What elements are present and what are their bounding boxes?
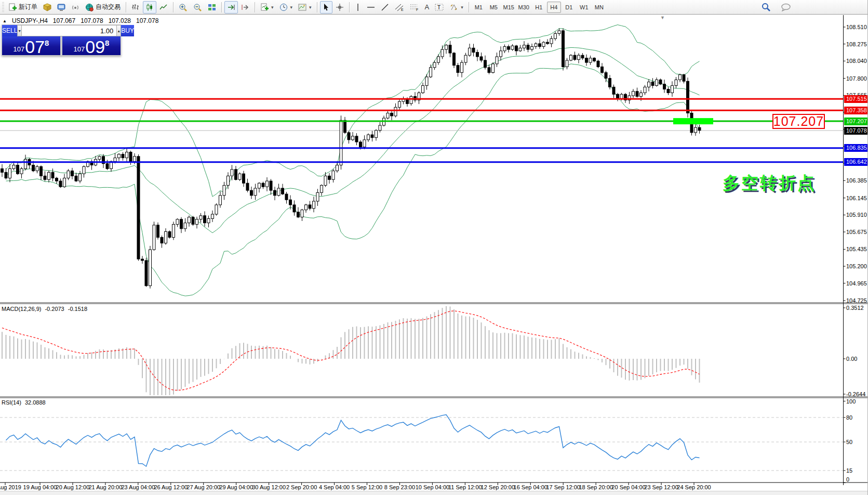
- volume-decrease-button[interactable]: ▼: [17, 25, 22, 36]
- tab-M5[interactable]: M5: [487, 2, 501, 13]
- volume-increase-button[interactable]: ▲: [116, 25, 121, 36]
- bar-chart-icon: [131, 3, 140, 11]
- zoom-out-button[interactable]: [191, 1, 205, 14]
- trendline-tool-button[interactable]: [378, 1, 392, 14]
- templates-button[interactable]: ▾: [296, 1, 314, 14]
- candle-body: [648, 82, 650, 87]
- tab-W1[interactable]: W1: [577, 2, 591, 13]
- price-tag-107.358: 107.358: [844, 107, 868, 114]
- time-tick-label: 5 Sep 12:00: [352, 484, 382, 490]
- chat-button[interactable]: [779, 1, 794, 14]
- market-watch-button[interactable]: [41, 1, 54, 14]
- macd-tick-label: -0.2644: [846, 391, 865, 397]
- chart-shift-button[interactable]: [238, 1, 252, 14]
- candle-body: [277, 188, 280, 196]
- candle-body: [581, 55, 584, 58]
- candle-body: [20, 168, 23, 174]
- horizontal-line-tool-button[interactable]: [364, 1, 378, 14]
- tab-MN[interactable]: MN: [592, 2, 606, 13]
- candle-body: [316, 192, 319, 201]
- candle-body: [585, 58, 588, 62]
- zoom-in-button[interactable]: [176, 1, 190, 14]
- candle-body: [106, 164, 109, 169]
- candle-body: [122, 154, 124, 158]
- crosshair-tool-button[interactable]: [333, 1, 346, 14]
- candle-body: [340, 120, 342, 165]
- bar-chart-mode-button[interactable]: [129, 1, 142, 14]
- vertical-line-tool-button[interactable]: [352, 1, 364, 14]
- collapse-arrow-icon[interactable]: ▲: [3, 19, 7, 23]
- candle-body: [285, 194, 288, 200]
- tab-M30[interactable]: M30: [517, 2, 531, 13]
- candle-body: [558, 31, 560, 34]
- data-window-button[interactable]: [55, 1, 68, 14]
- cursor-tool-button[interactable]: [320, 1, 332, 14]
- candle-body: [5, 172, 7, 178]
- time-tick-label: 8 Sep 23:00: [384, 484, 415, 490]
- sell-button[interactable]: SELL: [2, 25, 17, 36]
- fibonacci-tool-button[interactable]: F: [407, 1, 422, 14]
- tab-M1[interactable]: M1: [472, 2, 486, 13]
- template-icon: [298, 3, 306, 11]
- search-button[interactable]: [759, 1, 773, 14]
- buy-button[interactable]: BUY: [121, 25, 134, 36]
- label-tool-button[interactable]: T: [432, 1, 447, 14]
- price-callout-box[interactable]: 107.207: [772, 114, 825, 129]
- tab-H4[interactable]: H4: [547, 2, 561, 13]
- signal-button[interactable]: [69, 1, 82, 14]
- candle-body: [231, 170, 233, 176]
- highlight-bar[interactable]: [673, 118, 713, 124]
- candle-body: [176, 219, 179, 225]
- time-tick-label: 24 Sep 20:00: [677, 484, 711, 490]
- timeframe-toolbar: M1M5M15M30H1H4D1W1MN: [472, 2, 606, 13]
- tab-H1[interactable]: H1: [532, 2, 546, 13]
- toolbar-grip: [2, 2, 4, 12]
- candle-body: [410, 96, 412, 103]
- tab-D1[interactable]: D1: [562, 2, 576, 13]
- candle-body: [282, 188, 284, 194]
- rsi-name: RSI(14): [2, 399, 21, 406]
- candle-body: [24, 159, 27, 168]
- chart-shift-marker-icon[interactable]: ▼: [660, 15, 665, 20]
- annotation-text[interactable]: 多空转折点: [723, 172, 816, 195]
- candle-body: [40, 166, 43, 176]
- price-tick-label: 104.965: [846, 280, 867, 286]
- sell-quote[interactable]: 107 07 8: [2, 36, 60, 55]
- new-order-button[interactable]: 新订单: [6, 1, 40, 14]
- candle-body: [188, 217, 191, 223]
- time-tick-label: 19 Aug 04:00: [23, 484, 57, 490]
- periods-button[interactable]: ▾: [277, 1, 296, 14]
- candlestick-mode-button[interactable]: [143, 1, 156, 14]
- text-tool-button[interactable]: A: [422, 1, 432, 14]
- channel-tool-button[interactable]: E: [392, 1, 407, 14]
- candle-body: [601, 67, 604, 72]
- candle-body: [266, 181, 269, 187]
- candle-body: [441, 49, 444, 57]
- candle-body: [554, 34, 557, 39]
- volume-input[interactable]: [22, 25, 116, 36]
- indicators-button[interactable]: ▾: [258, 1, 276, 14]
- candle-body: [398, 101, 401, 107]
- shapes-tool-button[interactable]: ▾: [447, 1, 466, 14]
- new-order-label: 新订单: [19, 3, 37, 11]
- time-tick-label: 26 Aug 12:00: [154, 484, 188, 490]
- package-icon: [43, 3, 51, 11]
- candle-body: [472, 48, 475, 52]
- rsi-label: RSI(14) 32.0888: [2, 399, 46, 406]
- candle-body: [129, 152, 132, 161]
- tile-windows-button[interactable]: [205, 1, 219, 14]
- auto-scroll-button[interactable]: [224, 1, 238, 14]
- autotrading-label: 自动交易: [96, 3, 121, 11]
- autotrading-button[interactable]: 自动交易: [83, 1, 123, 14]
- tab-M15[interactable]: M15: [502, 2, 516, 13]
- candle-body: [573, 55, 576, 59]
- chart-canvas[interactable]: 108.510108.275108.040107.800107.565107.3…: [0, 0, 868, 495]
- candle-body: [519, 48, 522, 51]
- sell-price-prefix: 107: [14, 45, 25, 53]
- buy-quote[interactable]: 107 09 8: [62, 36, 121, 55]
- separator: [317, 2, 317, 12]
- candle-body: [258, 183, 261, 188]
- line-chart-mode-button[interactable]: [157, 1, 170, 14]
- dropdown-arrow-icon: ▾: [271, 5, 274, 10]
- sell-price-big: 07: [25, 39, 45, 55]
